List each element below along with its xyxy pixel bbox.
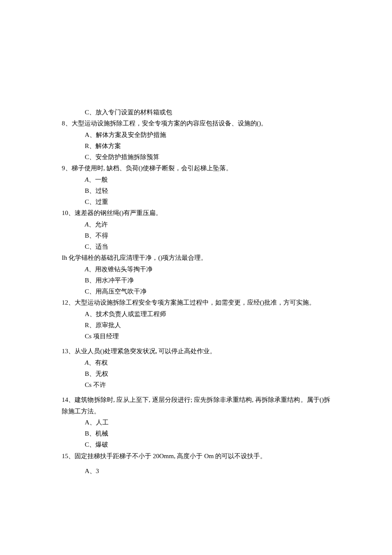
q9-option-b: B、过轻 <box>85 185 330 196</box>
question-10: 10、速差器的钢丝绳()有严重压扁。 <box>62 207 330 218</box>
document-page: C、放入专门设置的材料箱或包 8、大型运动设施拆除工程，安全专项方案的内容应包括… <box>0 0 392 555</box>
q9-option-c: C、过重 <box>85 196 330 207</box>
q11-option-b: B、用水冲平干净 <box>85 275 330 286</box>
q12-option-a: A、技术负责人或监理工程师 <box>85 308 330 320</box>
spacer <box>62 462 330 465</box>
spacer <box>62 390 330 394</box>
q13-option-a: A、有权 <box>85 357 330 368</box>
q11-option-a-text: 、用改锥钻头等掏干净 <box>89 266 153 273</box>
q8-option-a: A、解体方案及安全防护措施 <box>85 129 330 140</box>
q10-option-b: B、不得 <box>85 230 330 241</box>
q10-option-c: C、适当 <box>85 241 330 252</box>
italic-A: A <box>85 176 89 183</box>
question-14: 14、建筑物拆除时, 应从上至下, 逐层分段进行; 应先拆除非承重结构, 再拆除… <box>62 394 330 417</box>
q9-option-a: A、一般 <box>85 174 330 185</box>
question-8: 8、大型运动设施拆除工程，安全专项方案的内容应包括设备、设施的()。 <box>62 118 330 129</box>
italic-A: A <box>85 221 89 228</box>
q13-option-c: Cs 不许 <box>85 379 330 390</box>
q13-option-b: B、无权 <box>85 368 330 379</box>
q15-option-a: A、3 <box>85 465 330 477</box>
q14-option-b: B、机械 <box>85 428 330 439</box>
q11-option-c: C、用高压空气吹干净 <box>85 286 330 297</box>
prior-option-c: C、放入专门设置的材料箱或包 <box>85 107 330 118</box>
italic-A: A <box>85 359 89 366</box>
question-13: 13、从业人员()处理紧急突发状况, 可以停止高处作业。 <box>62 346 330 357</box>
q10-option-a-text: 、允许 <box>89 221 108 228</box>
question-15: 15、固定挂梯扶手距梯子不小于 20Omm, 高度小于 Om 的可以不设扶手。 <box>62 450 330 462</box>
q9-option-a-text: 、一般 <box>89 176 108 183</box>
q12-option-b: R、原审批人 <box>85 320 330 331</box>
question-9: 9、梯子使用时, 缺档、负荷()使梯子断裂，会引起梯上坠落。 <box>62 163 330 174</box>
q11-option-a: A、用改锥钻头等掏干净 <box>85 264 330 275</box>
spacer <box>62 342 330 346</box>
question-11: Ih 化学锚栓的基础孔应清理干净，()项方法最合理。 <box>62 252 330 263</box>
question-12: 12、大型运动设施拆除工程安全专项方案施工过程中，如需变更，应经()批准，方可实… <box>62 297 330 308</box>
q12-option-c: Cs 项目经理 <box>85 331 330 342</box>
q14-option-a: A、人工 <box>85 417 330 428</box>
q14-option-c: C、爆破 <box>85 439 330 450</box>
q10-option-a: A、允许 <box>85 219 330 230</box>
italic-A: A <box>85 266 89 273</box>
q13-option-a-text: 、有权 <box>89 359 108 366</box>
q8-option-c: C、安全防护措施拆除预算 <box>85 151 330 163</box>
q8-option-b: R、解体方案 <box>85 140 330 151</box>
